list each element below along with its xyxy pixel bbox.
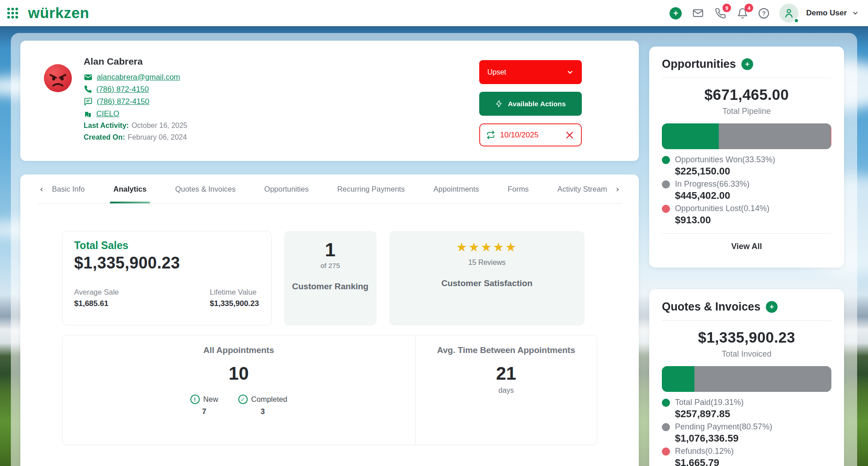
- paid-dot: [662, 399, 670, 407]
- quotes-invoices-title: Quotes & Invoices: [662, 300, 760, 313]
- tabs-scroll-right-icon[interactable]: ›: [613, 184, 622, 194]
- star-rating-icons: ★★★★★: [456, 240, 518, 254]
- tab-analytics[interactable]: Analytics: [113, 174, 146, 203]
- tab-bar: ‹ Basic Info Analytics Quotes & Invoices…: [38, 174, 622, 204]
- chevron-down-icon: [566, 69, 574, 76]
- tab-recurring-payments[interactable]: Recurring Payments: [337, 174, 405, 203]
- calls-badge: 9: [722, 4, 731, 12]
- clear-date-icon[interactable]: [565, 130, 575, 140]
- avg-time-title: Avg. Time Between Appointments: [437, 345, 575, 355]
- lost-label: Opportunities Lost(0.14%): [675, 204, 769, 213]
- calls-button[interactable]: 9: [714, 7, 726, 19]
- average-sale-value: $1,685.61: [74, 299, 210, 308]
- all-appointments-title: All Appointments: [203, 345, 274, 355]
- contact-company-link[interactable]: CIELO: [96, 109, 119, 118]
- won-amount: $225,150.00: [675, 165, 831, 177]
- phone-row: (786) 872-4150: [84, 83, 188, 95]
- new-label: New: [203, 395, 218, 404]
- divider: [662, 233, 831, 234]
- help-button[interactable]: ?: [759, 8, 769, 19]
- average-sale-label: Average Sale: [74, 288, 210, 297]
- building-icon: [84, 109, 92, 118]
- paid-segment: [662, 366, 694, 392]
- contact-email-link[interactable]: alancabrera@gmail.com: [97, 73, 180, 82]
- sms-row: (786) 872-4150: [84, 95, 188, 108]
- legend-item-lost: Opportunities Lost(0.14%) $913.00: [662, 204, 831, 226]
- in-progress-amount: $445,402.00: [675, 190, 831, 202]
- total-sales-title: Total Sales: [74, 240, 259, 252]
- legend-item-won: Opportunities Won(33.53%) $225,150.00: [662, 155, 831, 177]
- avatar[interactable]: [779, 4, 798, 23]
- new-count: 7: [202, 407, 206, 416]
- notifications-button[interactable]: 4: [736, 7, 748, 19]
- tab-forms[interactable]: Forms: [508, 174, 529, 203]
- reviews-count: 15 Reviews: [468, 259, 506, 267]
- divider: [662, 320, 831, 321]
- completed-label: Completed: [251, 395, 288, 404]
- lost-amount: $913.00: [675, 214, 831, 226]
- tab-quotes-invoices[interactable]: Quotes & Invoices: [175, 174, 236, 203]
- contact-sms-link[interactable]: (786) 872-4150: [97, 97, 149, 106]
- legend-item-refunds: Refunds(0.12%) $1,665.79: [662, 447, 831, 466]
- in-progress-label: In Progress(66.33%): [675, 179, 750, 189]
- chevron-down-icon[interactable]: [852, 9, 859, 17]
- customer-ranking-card: 1 of 275 Customer Ranking: [284, 231, 377, 325]
- opportunities-title: Opportunities: [662, 57, 736, 71]
- quick-add-button[interactable]: +: [670, 7, 682, 19]
- customer-satisfaction-card: ★★★★★ 15 Reviews Customer Satisfaction: [389, 231, 585, 325]
- tabs-scroll-left-icon[interactable]: ‹: [38, 184, 46, 194]
- pending-amount: $1,076,336.59: [675, 433, 831, 444]
- pipeline-total: $671,465.00: [662, 86, 831, 104]
- notifications-badge: 4: [745, 4, 753, 12]
- person-icon: [783, 7, 795, 19]
- all-appointments-total: 10: [229, 363, 249, 384]
- lifetime-value-value: $1,335,900.23: [210, 299, 259, 308]
- completed-check-icon: ✓: [238, 395, 248, 404]
- pending-segment: [694, 366, 831, 392]
- avg-time-unit: days: [499, 386, 514, 395]
- logo[interactable]: würkzen: [28, 5, 90, 22]
- followup-date-value: 10/10/2025: [500, 131, 538, 140]
- bolt-icon: [495, 100, 503, 108]
- user-name[interactable]: Demo User: [806, 9, 847, 18]
- repeat-icon: [486, 131, 495, 139]
- paid-amount: $257,897.85: [675, 408, 831, 420]
- mail-button[interactable]: [692, 7, 704, 19]
- view-all-button[interactable]: View All: [662, 242, 831, 251]
- new-appointments-group: ! New 7: [190, 395, 218, 416]
- avg-time-section: Avg. Time Between Appointments 21 days: [415, 335, 597, 445]
- won-label: Opportunities Won(33.53%): [675, 155, 775, 165]
- lifetime-value-label: Lifetime Value: [210, 288, 259, 297]
- tab-basic-info[interactable]: Basic Info: [52, 174, 85, 203]
- in-progress-segment: [719, 123, 831, 149]
- won-segment: [662, 123, 719, 149]
- created-on-value: February 06, 2024: [128, 133, 187, 141]
- tab-activity-stream[interactable]: Activity Stream: [557, 174, 607, 203]
- appointments-stats-card: All Appointments 10 ! New 7 ✓ Completed …: [62, 335, 597, 445]
- tab-opportunities[interactable]: Opportunities: [264, 174, 309, 203]
- contact-header-card: Alan Cabrera alancabrera@gmail.com (786)…: [20, 41, 639, 161]
- contact-name: Alan Cabrera: [84, 56, 188, 67]
- completed-appointments-group: ✓ Completed 3: [238, 395, 288, 416]
- available-actions-button[interactable]: Available Actions: [479, 92, 582, 116]
- legend-item-in-progress: In Progress(66.33%) $445,402.00: [662, 179, 831, 202]
- contact-action-buttons: Upset Available Actions 10/10/2025: [479, 60, 582, 146]
- contact-phone-link[interactable]: (786) 872-4150: [96, 85, 149, 94]
- followup-date-chip[interactable]: 10/10/2025: [479, 123, 582, 146]
- add-quote-button[interactable]: +: [766, 301, 778, 313]
- email-row: alancabrera@gmail.com: [84, 71, 188, 83]
- sms-bubble-icon: [84, 97, 93, 106]
- add-opportunity-button[interactable]: +: [741, 58, 753, 70]
- mail-icon: [692, 7, 704, 19]
- sentiment-dropdown[interactable]: Upset: [479, 60, 582, 84]
- contact-info: Alan Cabrera alancabrera@gmail.com (786)…: [84, 56, 188, 143]
- invoiced-progress-bar: [662, 366, 831, 392]
- won-dot: [662, 156, 670, 164]
- refunds-label: Refunds(0.12%): [675, 447, 734, 456]
- in-progress-dot: [662, 180, 670, 188]
- legend-item-paid: Total Paid(19.31%) $257,897.85: [662, 398, 831, 420]
- app-grid-icon[interactable]: [7, 8, 18, 19]
- tab-appointments[interactable]: Appointments: [434, 174, 479, 203]
- ranking-label: Customer Ranking: [292, 282, 368, 292]
- last-activity-row: Last Activity: October 16, 2025: [84, 120, 188, 132]
